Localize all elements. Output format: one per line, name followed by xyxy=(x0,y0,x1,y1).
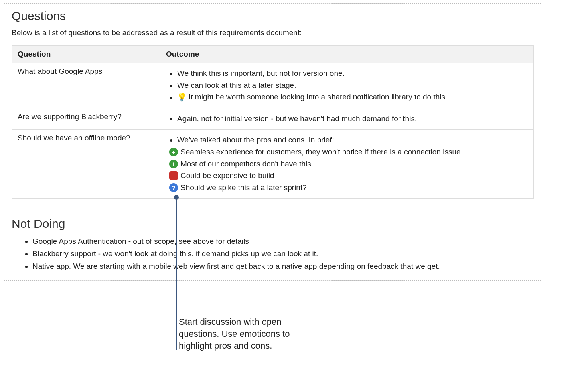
outcome-text: Should we spike this at a later sprint? xyxy=(180,182,307,193)
plus-icon: + xyxy=(169,160,178,168)
annotation-dot-icon xyxy=(174,195,179,200)
col-header-question: Question xyxy=(12,46,160,63)
list-item: Blackberry support - we won't look at do… xyxy=(32,249,534,259)
outcome-cell: We've talked about the pros and cons. In… xyxy=(160,130,534,199)
outcome-list: We think this is important, but not for … xyxy=(166,68,528,103)
outcome-list: We've talked about the pros and cons. In… xyxy=(166,135,528,193)
outcome-text: Most of our competitors don't have this xyxy=(180,159,311,170)
question-cell: What about Google Apps xyxy=(12,63,160,108)
not-doing-list: Google Apps Authentication - out of scop… xyxy=(12,236,534,272)
list-item: ?Should we spike this at a later sprint? xyxy=(169,182,528,193)
outcome-text: Seamless experience for customers, they … xyxy=(180,147,461,158)
questions-table: Question Outcome What about Google AppsW… xyxy=(12,45,534,199)
table-header-row: Question Outcome xyxy=(12,46,534,63)
annotation-connector xyxy=(176,197,177,350)
list-item: 💡It might be worth someone looking into … xyxy=(177,92,528,103)
outcome-cell: We think this is important, but not for … xyxy=(160,63,534,108)
outcome-cell: Again, not for initial version - but we … xyxy=(160,108,534,130)
annotation-text: Start discussion with open questions. Us… xyxy=(179,316,315,352)
plus-icon: + xyxy=(169,148,178,156)
outcome-text: Could be expensive to build xyxy=(180,170,274,181)
list-item: We can look at this at a later stage. xyxy=(177,80,528,91)
list-item: +Seamless experience for customers, they… xyxy=(169,147,528,158)
col-header-outcome: Outcome xyxy=(160,46,534,63)
not-doing-heading: Not Doing xyxy=(12,217,534,231)
outcome-list: Again, not for initial version - but we … xyxy=(166,114,528,124)
list-item: We think this is important, but not for … xyxy=(177,68,528,79)
table-row: Are we supporting Blackberry?Again, not … xyxy=(12,108,534,130)
quest-icon: ? xyxy=(169,183,178,192)
list-item: Again, not for initial version - but we … xyxy=(177,114,528,124)
question-cell: Are we supporting Blackberry? xyxy=(12,108,160,130)
question-cell: Should we have an offline mode? xyxy=(12,130,160,199)
list-item: Native app. We are starting with a mobil… xyxy=(32,261,534,272)
questions-heading: Questions xyxy=(12,9,534,23)
list-item: We've talked about the pros and cons. In… xyxy=(177,135,528,146)
list-item: +Most of our competitors don't have this xyxy=(169,159,528,170)
list-item: Google Apps Authentication - out of scop… xyxy=(32,236,534,247)
questions-intro: Below is a list of questions to be addre… xyxy=(12,28,534,37)
bulb-icon: 💡 xyxy=(177,93,186,101)
list-item: −Could be expensive to build xyxy=(169,170,528,181)
table-row: Should we have an offline mode?We've tal… xyxy=(12,130,534,199)
table-row: What about Google AppsWe think this is i… xyxy=(12,63,534,108)
minus-icon: − xyxy=(169,171,178,180)
document-frame: Questions Below is a list of questions t… xyxy=(4,3,541,281)
outcome-text: It might be worth someone looking into a… xyxy=(189,92,447,103)
